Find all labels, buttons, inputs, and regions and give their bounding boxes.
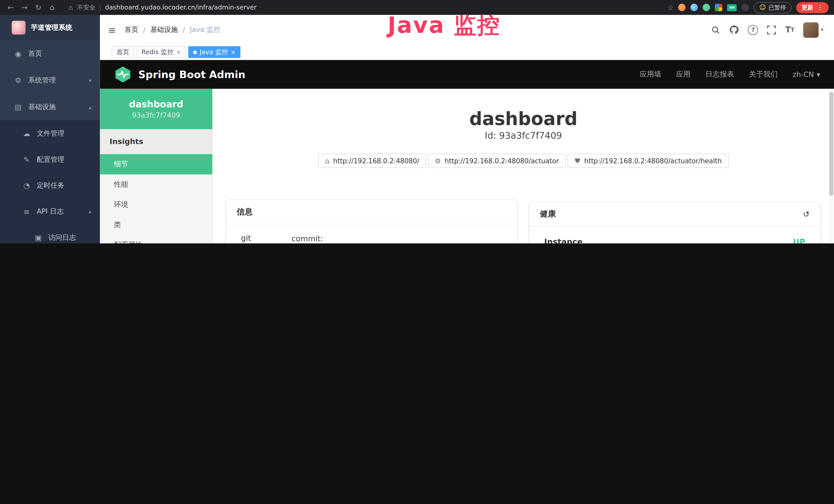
- tag-redis-monitor[interactable]: Redis 监控 ×: [137, 46, 186, 58]
- vue-devtools-extension-icon[interactable]: [703, 4, 710, 11]
- breadcrumb-item[interactable]: 基础设施: [150, 25, 178, 35]
- sba-item-environment[interactable]: 环境: [100, 194, 212, 215]
- history-icon[interactable]: ↺: [803, 209, 810, 219]
- sba-nav-journal[interactable]: 日志报表: [705, 70, 734, 79]
- proxy-on-extension-icon[interactable]: on: [727, 4, 737, 11]
- tag-label: Redis 监控: [141, 47, 174, 56]
- sidebar-item-label: 访问日志: [48, 233, 76, 242]
- actuator-url-button[interactable]: ⚙ http://192.168.0.2:48080/actuator: [428, 154, 566, 168]
- health-url-label: http://192.168.0.2:48080/actuator/health: [584, 157, 722, 165]
- sba-nav-wallboard[interactable]: 应用墙: [640, 70, 661, 79]
- health-card-title: 健康: [540, 209, 556, 219]
- sidebar-item-system[interactable]: ⚙ 系统管理 ▾: [0, 67, 100, 94]
- service-url-button[interactable]: ⌂ http://192.168.0.2:48080/: [318, 154, 426, 168]
- document-icon: ▣: [33, 233, 43, 242]
- sidebar-item-file-manage[interactable]: ☁ 文件管理: [0, 120, 100, 146]
- sba-brand-name: Spring Boot Admin: [138, 69, 245, 81]
- sba-nav-about[interactable]: 关于我们: [749, 70, 778, 79]
- chevron-down-icon: ▾: [89, 77, 91, 83]
- font-size-icon[interactable]: TT: [785, 25, 794, 35]
- profile-emoji-icon: ☺: [759, 4, 766, 11]
- close-icon[interactable]: ×: [176, 48, 181, 55]
- sidebar-item-api-logs[interactable]: ≡ API 日志 ▴: [0, 198, 100, 224]
- tag-java-monitor[interactable]: Java 监控 ×: [189, 46, 240, 58]
- actuator-url-label: http://192.168.0.2:48080/actuator: [445, 157, 559, 165]
- warning-icon: ⚠: [68, 4, 73, 11]
- info-card-title: 信息: [226, 200, 517, 224]
- sidebar-item-home[interactable]: ◉ 首页: [0, 40, 100, 67]
- cloud-file-icon: ☁: [21, 129, 32, 137]
- sidebar-item-label: 配置管理: [37, 155, 64, 164]
- breadcrumb-item[interactable]: 首页: [125, 25, 138, 35]
- app-sidebar: 芋道管理系统 ◉ 首页 ⚙ 系统管理 ▾ ▤ 基础设施 ▴ ☁ 文件管理: [0, 15, 100, 244]
- insights-group-header: Insights: [100, 129, 212, 154]
- sba-nav-applications[interactable]: 应用: [676, 70, 690, 79]
- bookmark-star-icon[interactable]: ☆: [667, 3, 674, 11]
- extension-icon[interactable]: [742, 4, 749, 11]
- extension-icon[interactable]: [715, 4, 723, 11]
- browser-back-icon[interactable]: ←: [5, 3, 16, 12]
- clock-icon: ◔: [21, 181, 32, 189]
- chrome-update-button[interactable]: 更新 ⋮: [796, 2, 829, 13]
- health-card: 健康 ↺ Instance UP: [529, 202, 820, 244]
- breadcrumb: 首页 / 基础设施 / Java 监控: [125, 25, 221, 35]
- tag-label: Java 监控: [200, 47, 228, 56]
- sidebar-item-infrastructure[interactable]: ▤ 基础设施 ▴: [0, 93, 100, 120]
- scrollbar-thumb[interactable]: [829, 92, 833, 196]
- sba-nav-links: 应用墙 应用 日志报表 关于我们 zh-CN ▾: [640, 70, 820, 79]
- tag-label: 首页: [117, 47, 129, 56]
- wrench-icon: ⚙: [435, 157, 441, 165]
- tag-home[interactable]: 首页: [112, 46, 134, 58]
- extension-icon[interactable]: [691, 4, 698, 11]
- sidebar-item-access-log[interactable]: ▣ 访问日志: [0, 224, 100, 244]
- sidebar-item-label: 系统管理: [28, 75, 56, 85]
- breadcrumb-separator: /: [143, 26, 146, 33]
- sidebar-item-label: 基础设施: [28, 102, 56, 112]
- app-logo[interactable]: 芋道管理系统: [0, 15, 100, 40]
- home-icon: ⌂: [325, 157, 329, 165]
- sba-item-classes[interactable]: 类: [100, 215, 212, 235]
- sidebar-item-config-manage[interactable]: ✎ 配置管理: [0, 146, 100, 172]
- page-header: ≡ 首页 / 基础设施 / Java 监控 ?: [100, 15, 834, 45]
- security-label[interactable]: 不安全: [77, 3, 95, 11]
- browser-forward-icon[interactable]: →: [19, 3, 30, 12]
- chevron-up-icon: ▴: [89, 104, 91, 110]
- instance-header[interactable]: dashboard 93a3fc7f7409: [100, 89, 212, 129]
- avatar[interactable]: ▾: [804, 22, 824, 38]
- search-icon[interactable]: [711, 25, 721, 34]
- sba-navbar: Spring Boot Admin 应用墙 应用 日志报表 关于我们 zh-CN…: [100, 60, 834, 89]
- github-icon[interactable]: [729, 25, 739, 35]
- profile-paused-chip[interactable]: ☺ 已暂停: [754, 2, 791, 13]
- chevron-up-icon: ▴: [89, 208, 91, 214]
- instance-id-line: Id: 93a3fc7f7409: [213, 130, 834, 141]
- health-instance-row[interactable]: Instance UP: [544, 235, 805, 244]
- sba-item-config-props[interactable]: 配置属性: [100, 235, 212, 244]
- sidebar-item-scheduled-jobs[interactable]: ◔ 定时任务: [0, 172, 100, 198]
- chevron-down-icon: ▾: [816, 70, 820, 78]
- infrastructure-submenu: ☁ 文件管理 ✎ 配置管理 ◔ 定时任务 ≡ API 日志 ▴ ▣: [0, 120, 100, 244]
- info-git-row: git commit: time: 1596289704000 id: 27aa…: [241, 233, 502, 244]
- header-actions: ? TT ▾: [711, 22, 824, 38]
- sba-brand[interactable]: Spring Boot Admin: [114, 66, 245, 84]
- locale-selector[interactable]: zh-CN ▾: [793, 70, 820, 78]
- sidebar-item-label: API 日志: [37, 207, 64, 216]
- sba-item-details[interactable]: 细节: [100, 154, 212, 175]
- extension-icon[interactable]: [678, 4, 686, 11]
- active-dot: [193, 50, 197, 54]
- instance-id: 93a3fc7f7409: [132, 111, 180, 119]
- help-icon[interactable]: ?: [748, 25, 758, 35]
- close-icon[interactable]: ×: [231, 48, 236, 55]
- sidebar-item-label: 文件管理: [37, 129, 64, 138]
- url-text[interactable]: dashboard.yudao.iocoder.cn/infra/admin-s…: [105, 4, 257, 11]
- fullscreen-icon[interactable]: [767, 25, 776, 34]
- instance-links: ⌂ http://192.168.0.2:48080/ ⚙ http://192…: [213, 154, 834, 168]
- service-url-label: http://192.168.0.2:48080/: [333, 157, 419, 165]
- heart-icon: ♥: [574, 157, 580, 165]
- address-bar[interactable]: ⚠ 不安全 | dashboard.yudao.iocoder.cn/infra…: [68, 3, 257, 11]
- health-url-button[interactable]: ♥ http://192.168.0.2:48080/actuator/heal…: [567, 154, 729, 168]
- browser-reload-icon[interactable]: ↻: [33, 3, 43, 12]
- browser-home-icon[interactable]: ⌂: [47, 3, 57, 12]
- sba-item-metrics[interactable]: 性能: [100, 174, 212, 194]
- sidebar-fold-icon[interactable]: ≡: [108, 24, 116, 35]
- kebab-menu-icon[interactable]: ⋮: [817, 4, 824, 11]
